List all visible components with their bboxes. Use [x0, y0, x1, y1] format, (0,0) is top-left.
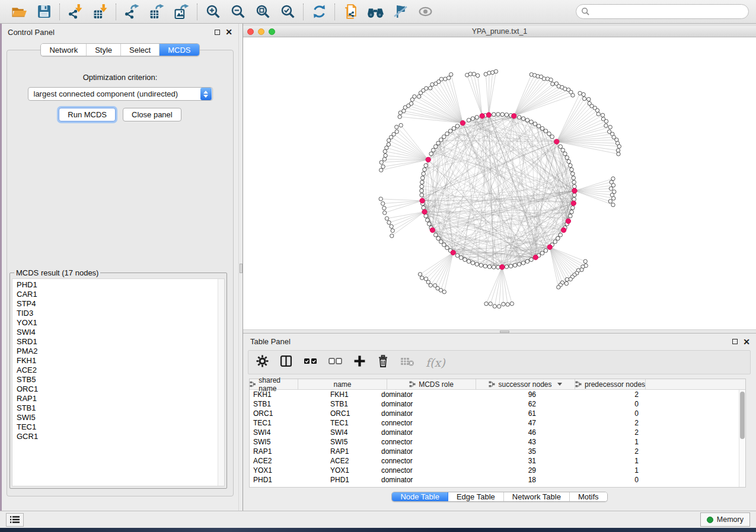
export-table-button[interactable]: [146, 2, 167, 21]
cell-name[interactable]: STB1: [327, 400, 376, 408]
cell-name[interactable]: PHD1: [327, 476, 376, 484]
cell-predecessor-nodes[interactable]: 2: [554, 447, 653, 456]
cell-name[interactable]: SWI4: [327, 428, 376, 437]
table-row[interactable]: FKH1 FKH1 dominator 96 2: [250, 390, 745, 399]
cell-name[interactable]: ORC1: [327, 409, 376, 418]
network-graph[interactable]: [243, 37, 756, 329]
mcds-result-node[interactable]: PMA2: [17, 347, 224, 356]
cell-successor-nodes[interactable]: 18: [465, 476, 554, 484]
cell-predecessor-nodes[interactable]: 2: [554, 428, 653, 437]
cell-predecessor-nodes[interactable]: 0: [554, 409, 653, 418]
table-row[interactable]: SWI4 SWI4 dominator 46 2: [250, 428, 745, 437]
control-panel-tab[interactable]: Network: [41, 44, 87, 56]
float-panel-icon[interactable]: [732, 339, 738, 344]
cell-successor-nodes[interactable]: 46: [465, 428, 554, 437]
column-header[interactable]: MCDS role: [387, 379, 476, 389]
search-input[interactable]: [590, 7, 744, 16]
control-panel-tab[interactable]: Style: [87, 44, 121, 56]
table-row[interactable]: TEC1 TEC1 connector 47 2: [250, 418, 745, 428]
delete-column-button[interactable]: [377, 355, 389, 370]
import-table-button[interactable]: [90, 2, 111, 21]
hide-annotations-button[interactable]: [390, 2, 411, 21]
mcds-result-node[interactable]: GCR1: [17, 432, 224, 441]
control-panel-tab[interactable]: MCDS: [160, 44, 199, 56]
cell-name[interactable]: ACE2: [327, 457, 376, 465]
zoom-in-button[interactable]: [202, 2, 224, 21]
cell-mcds-role[interactable]: dominator: [376, 409, 465, 418]
cell-shared-name[interactable]: ACE2: [250, 457, 327, 465]
cell-shared-name[interactable]: PHD1: [250, 476, 327, 484]
cell-predecessor-nodes[interactable]: 1: [554, 457, 653, 465]
table-row[interactable]: SWI5 SWI5 connector 43 1: [250, 437, 745, 447]
column-header[interactable]: successor nodes: [476, 379, 575, 389]
mcds-result-node[interactable]: FKH1: [17, 356, 224, 366]
add-column-button[interactable]: [353, 355, 366, 370]
table-row[interactable]: ACE2 ACE2 connector 31 1: [250, 456, 745, 466]
cell-mcds-role[interactable]: dominator: [376, 390, 465, 399]
zoom-out-button[interactable]: [227, 2, 248, 21]
cell-predecessor-nodes[interactable]: 1: [554, 466, 653, 475]
splitter-grip[interactable]: [500, 331, 509, 333]
mcds-result-node[interactable]: ORC1: [17, 384, 224, 394]
cell-name[interactable]: TEC1: [327, 419, 376, 427]
column-header[interactable]: shared name: [250, 379, 298, 389]
clone-network-button[interactable]: [340, 2, 361, 21]
sort-chevron-icon[interactable]: [557, 383, 562, 386]
table-scrollbar[interactable]: [739, 390, 745, 487]
table-row[interactable]: STB1 STB1 dominator 62 0: [250, 399, 745, 409]
mcds-result-node[interactable]: TEC1: [17, 422, 224, 432]
cell-successor-nodes[interactable]: 96: [465, 390, 554, 399]
close-panel-icon[interactable]: ✕: [743, 339, 750, 345]
cell-shared-name[interactable]: SWI5: [250, 438, 327, 446]
mcds-result-node[interactable]: TID3: [17, 309, 224, 318]
cell-mcds-role[interactable]: connector: [376, 466, 465, 475]
refresh-view-button[interactable]: [308, 2, 330, 21]
cell-name[interactable]: YOX1: [327, 466, 376, 475]
cell-shared-name[interactable]: TEC1: [250, 419, 327, 427]
mcds-result-node[interactable]: STB5: [17, 375, 224, 384]
import-network-button[interactable]: [65, 2, 86, 21]
cell-mcds-role[interactable]: dominator: [376, 400, 465, 408]
cell-shared-name[interactable]: STB1: [250, 400, 327, 408]
table-row[interactable]: PHD1 PHD1 dominator 18 0: [250, 475, 745, 485]
mcds-result-node[interactable]: CAR1: [17, 290, 224, 299]
table-row[interactable]: ORC1 ORC1 dominator 61 0: [250, 409, 745, 418]
mcds-result-node[interactable]: YOX1: [17, 318, 224, 328]
result-list-scrollbar[interactable]: [218, 279, 224, 486]
mcds-result-list[interactable]: PHD1CAR1STP4TID3YOX1SWI4SRD1PMA2FKH1ACE2…: [12, 278, 225, 486]
cell-mcds-role[interactable]: dominator: [376, 428, 465, 437]
table-row[interactable]: RAP1 RAP1 dominator 35 2: [250, 447, 745, 456]
criterion-select[interactable]: largest connected component (undirected): [28, 87, 213, 101]
memory-button[interactable]: Memory: [700, 512, 750, 527]
column-settings-button[interactable]: [256, 355, 269, 370]
export-image-button[interactable]: [171, 2, 192, 21]
close-panel-icon[interactable]: ✕: [225, 29, 232, 35]
mcds-result-node[interactable]: SWI5: [17, 413, 224, 422]
cell-successor-nodes[interactable]: 47: [465, 419, 554, 427]
cell-successor-nodes[interactable]: 62: [465, 400, 554, 408]
network-window-titlebar[interactable]: YPA_prune.txt_1: [243, 26, 756, 37]
cell-successor-nodes[interactable]: 31: [465, 457, 554, 465]
cell-name[interactable]: FKH1: [327, 390, 376, 399]
mcds-result-node[interactable]: RAP1: [17, 394, 224, 403]
export-network-button[interactable]: [121, 2, 142, 21]
table-tab[interactable]: Edge Table: [448, 492, 504, 501]
float-panel-icon[interactable]: [215, 30, 220, 35]
select-all-columns-button[interactable]: [304, 357, 317, 368]
cell-predecessor-nodes[interactable]: 0: [554, 476, 653, 484]
cell-mcds-role[interactable]: connector: [376, 419, 465, 427]
mcds-result-node[interactable]: STB1: [17, 403, 224, 413]
cell-predecessor-nodes[interactable]: 2: [554, 390, 653, 399]
table-tab[interactable]: Network Table: [504, 492, 570, 501]
cell-successor-nodes[interactable]: 61: [465, 409, 554, 418]
cell-predecessor-nodes[interactable]: 0: [554, 400, 653, 408]
table-scrollbar-thumb[interactable]: [740, 392, 745, 439]
task-history-button[interactable]: [6, 513, 24, 527]
column-header[interactable]: predecessor nodes: [575, 379, 646, 389]
close-panel-button[interactable]: Close panel: [123, 108, 181, 121]
cell-predecessor-nodes[interactable]: 1: [554, 438, 653, 446]
cell-successor-nodes[interactable]: 29: [465, 466, 554, 475]
network-view-canvas[interactable]: [243, 37, 756, 329]
table-tab[interactable]: Motifs: [570, 492, 607, 501]
vertical-splitter[interactable]: [238, 24, 243, 511]
